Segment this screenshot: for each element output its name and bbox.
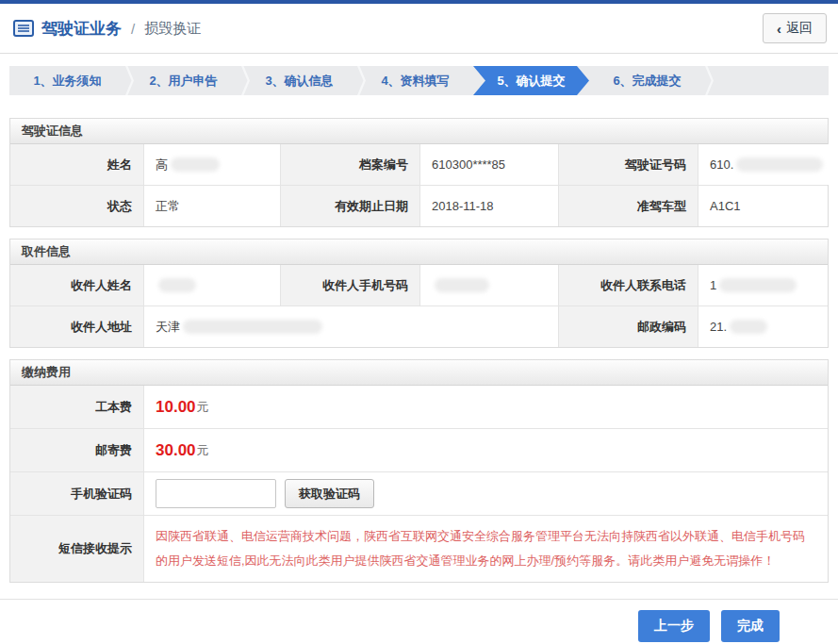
steps-tail [705, 66, 829, 95]
page-title: 驾驶证业务 [41, 18, 122, 40]
table-row: 收件人姓名 收件人手机号码 收件人联系电话 1 [10, 265, 828, 305]
fees-section: 缴纳费用 工本费 10.00元 邮寄费 30.00元 手机验证码 获取验证码 短… [9, 359, 829, 583]
table-row: 短信接收提示 因陕西省联通、电信运营商技术问题，陕西省互联网交通安全综合服务管理… [10, 515, 828, 582]
redaction-smudge [719, 278, 797, 292]
step-1-label: 1、业务须知 [33, 73, 101, 90]
recipient-phone-label: 收件人联系电话 [559, 265, 698, 305]
recipient-name-label: 收件人姓名 [10, 265, 144, 305]
recipient-phone-value: 1 [698, 265, 828, 305]
back-chevron-icon: ‹ [777, 22, 781, 36]
file-no-value: 610300****85 [420, 144, 559, 185]
status-value: 正常 [144, 186, 281, 226]
breadcrumb-separator: / [131, 21, 135, 37]
breadcrumb: 驾驶证业务 / 损毁换证 [13, 18, 201, 40]
name-value-text: 高 [156, 157, 168, 173]
postal-code-value-text: 21. [710, 320, 727, 334]
fees-section-title: 缴纳费用 [10, 360, 828, 386]
postal-code-value: 21. [698, 306, 828, 347]
file-no-value-text: 610300****85 [432, 157, 505, 172]
get-sms-code-button[interactable]: 获取验证码 [285, 479, 374, 508]
postage-fee-amount: 30.00 [156, 441, 196, 460]
license-info-section: 驾驶证信息 姓名 高 档案编号 610300****85 驾驶证号码 610. … [9, 118, 829, 227]
pickup-section-title: 取件信息 [10, 239, 828, 265]
expiry-label: 有效期止日期 [281, 186, 420, 226]
expiry-value-text: 2018-11-18 [432, 199, 494, 213]
license-business-icon [13, 20, 34, 37]
table-row: 手机验证码 获取验证码 [10, 471, 828, 515]
footer-action-bar: 上一步 完成 [0, 599, 838, 644]
recipient-phone-value-text: 1 [710, 278, 716, 292]
step-4-fill-data: 4、资料填写 [357, 66, 473, 95]
step-6-label: 6、完成提交 [613, 73, 681, 90]
postage-fee-value: 30.00元 [144, 429, 828, 471]
page: 驾驶证业务 / 损毁换证 ‹ 返回 1、业务须知 2、用户申告 3、确认信息 4… [0, 0, 838, 644]
finish-button[interactable]: 完成 [721, 610, 780, 642]
step-1-business-notice: 1、业务须知 [9, 66, 125, 95]
license-no-value-text: 610. [710, 157, 733, 172]
step-3-confirm-info: 3、确认信息 [241, 66, 357, 95]
step-2-user-declaration: 2、用户申告 [125, 66, 241, 95]
recipient-address-label: 收件人地址 [10, 306, 144, 347]
table-row: 收件人地址 天津 邮政编码 21. [10, 305, 828, 347]
step-5-label: 5、确认提交 [497, 73, 565, 90]
vehicle-class-label: 准驾车型 [559, 186, 698, 226]
sms-code-input[interactable] [156, 479, 276, 508]
table-row: 状态 正常 有效期止日期 2018-11-18 准驾车型 A1C1 [10, 185, 828, 226]
recipient-name-value [144, 265, 281, 305]
sms-code-cell: 获取验证码 [144, 472, 828, 515]
redaction-smudge [183, 320, 322, 334]
recipient-address-value: 天津 [144, 306, 559, 347]
status-label: 状态 [10, 186, 144, 226]
vehicle-class-value-text: A1C1 [710, 199, 741, 213]
step-progress-bar: 1、业务须知 2、用户申告 3、确认信息 4、资料填写 5、确认提交 6、完成提… [9, 66, 829, 95]
postage-fee-label: 邮寄费 [10, 429, 144, 471]
page-header: 驾驶证业务 / 损毁换证 ‹ 返回 [0, 4, 838, 54]
step-5-confirm-submit-active: 5、确认提交 [473, 66, 589, 95]
redaction-smudge [730, 320, 767, 334]
redaction-smudge [158, 278, 196, 292]
card-fee-amount: 10.00 [156, 398, 196, 417]
expiry-value: 2018-11-18 [420, 186, 559, 226]
redaction-smudge [736, 157, 823, 172]
redaction-smudge [435, 278, 489, 292]
step-4-label: 4、资料填写 [381, 73, 449, 90]
redaction-smudge [171, 157, 220, 172]
sms-notice-label: 短信接收提示 [10, 516, 144, 582]
vehicle-class-value: A1C1 [698, 186, 828, 226]
step-3-label: 3、确认信息 [265, 73, 333, 90]
table-row: 工本费 10.00元 [10, 386, 828, 428]
status-value-text: 正常 [156, 198, 180, 215]
card-fee-label: 工本费 [10, 386, 144, 428]
step-6-complete-submit: 6、完成提交 [589, 66, 705, 95]
breadcrumb-current: 损毁换证 [144, 20, 201, 38]
recipient-mobile-label: 收件人手机号码 [281, 265, 420, 305]
license-no-value: 610. [698, 144, 834, 185]
name-label: 姓名 [10, 144, 144, 185]
license-no-label: 驾驶证号码 [559, 144, 698, 185]
previous-step-button[interactable]: 上一步 [638, 610, 710, 642]
license-section-title: 驾驶证信息 [10, 119, 828, 144]
sms-code-label: 手机验证码 [10, 472, 144, 515]
sms-notice-cell: 因陕西省联通、电信运营商技术问题，陕西省互联网交通安全综合服务管理平台无法向持陕… [144, 516, 828, 582]
card-fee-value: 10.00元 [144, 386, 828, 428]
pickup-info-section: 取件信息 收件人姓名 收件人手机号码 收件人联系电话 1 收件人地址 天津 邮政… [9, 239, 829, 348]
table-row: 姓名 高 档案编号 610300****85 驾驶证号码 610. [10, 144, 828, 185]
step-2-label: 2、用户申告 [149, 73, 217, 90]
table-row: 邮寄费 30.00元 [10, 428, 828, 471]
back-button-label: 返回 [786, 20, 813, 37]
back-button[interactable]: ‹ 返回 [763, 13, 827, 43]
sms-notice-text: 因陕西省联通、电信运营商技术问题，陕西省互联网交通安全综合服务管理平台无法向持陕… [156, 524, 816, 573]
recipient-address-value-text: 天津 [156, 319, 180, 336]
file-no-label: 档案编号 [281, 144, 420, 185]
name-value: 高 [144, 144, 281, 185]
postal-code-label: 邮政编码 [559, 306, 698, 347]
postage-fee-unit: 元 [197, 442, 209, 459]
recipient-mobile-value [420, 265, 559, 305]
card-fee-unit: 元 [197, 399, 209, 416]
